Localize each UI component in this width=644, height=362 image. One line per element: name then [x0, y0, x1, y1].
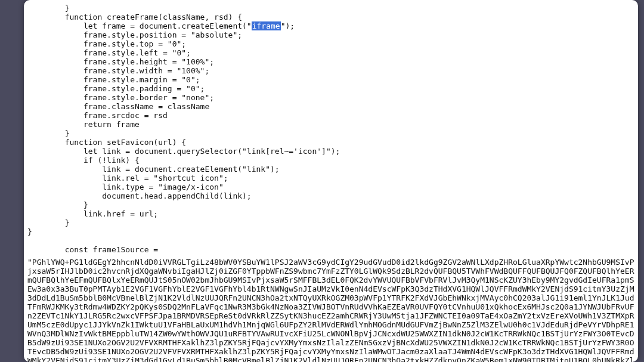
text-selection: iframe [252, 21, 281, 30]
source-code: } function createFrame(className, rsd) {… [24, 0, 638, 258]
base64-literal: "PGhlYWQ+PG1ldGEgY2hhcnNldD0iVVRGLTgiLz4… [24, 258, 638, 362]
code-viewer[interactable]: } function createFrame(className, rsd) {… [24, 0, 638, 362]
